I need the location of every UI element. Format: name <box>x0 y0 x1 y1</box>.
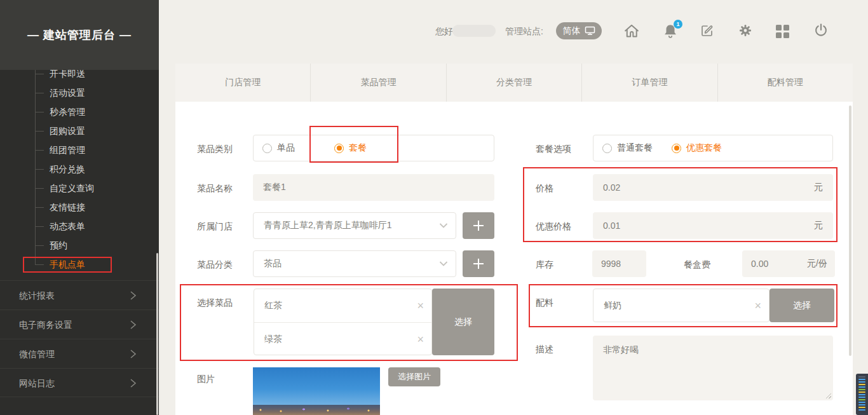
selected-dish-row[interactable]: 红茶 × <box>254 289 431 322</box>
ingredient-input[interactable]: 鲜奶 × <box>593 289 770 322</box>
sidebar-section-label: 网站日志 <box>19 378 55 388</box>
sidebar-section-ecommerce[interactable]: 电子商务设置 <box>0 310 159 339</box>
price-unit: 元 <box>814 182 823 193</box>
dish-class-value: 茶品 <box>264 258 281 269</box>
select-dishes-button[interactable]: 选择 <box>432 289 494 355</box>
radio-discount-combo[interactable] <box>672 144 681 153</box>
dish-category-group: 单品 套餐 <box>253 135 494 161</box>
sidebar: 开卡即送 活动设置 秒杀管理 团购设置 组团管理 积分兑换 自定义查询 友情链接… <box>0 0 159 415</box>
edit-button[interactable] <box>700 24 715 39</box>
monitor-icon <box>585 26 595 36</box>
tab-dish-management[interactable]: 菜品管理 <box>311 64 446 102</box>
dish-class-select[interactable]: 茶品 <box>253 250 456 277</box>
radio-discount-combo-label: 优惠套餐 <box>686 142 722 154</box>
scroll-minimap[interactable] <box>856 374 868 415</box>
tab-bar: 门店管理 菜品管理 分类管理 订单管理 配料管理 <box>175 64 853 102</box>
sidebar-menu: 开卡即送 活动设置 秒杀管理 团购设置 组团管理 积分兑换 自定义查询 友情链接… <box>0 64 159 274</box>
sidebar-item-custom-query[interactable]: 自定义查询 <box>0 179 159 198</box>
chevron-right-icon <box>130 290 137 301</box>
price-label: 价格 <box>536 183 553 194</box>
tab-store-management[interactable]: 门店管理 <box>175 64 311 102</box>
settings-button[interactable] <box>738 23 753 38</box>
radio-single-item-label: 单品 <box>277 142 295 154</box>
sidebar-item-groupbuy-settings[interactable]: 团购设置 <box>0 121 159 140</box>
logout-button[interactable] <box>813 22 829 39</box>
select-ingredient-button[interactable]: 选择 <box>770 289 834 322</box>
gear-icon <box>738 23 753 38</box>
select-dishes-label: 选择菜品 <box>197 297 233 309</box>
select-image-button[interactable]: 选择图片 <box>388 367 440 386</box>
box-fee-label: 餐盒费 <box>684 259 710 271</box>
store-select[interactable]: 青青原上草2,青青原上草咖啡厅1 <box>253 212 456 239</box>
ingredient-label: 配料 <box>536 297 553 309</box>
chevron-right-icon <box>130 348 137 360</box>
chevron-down-icon <box>439 261 448 267</box>
sidebar-section-wechat[interactable]: 微信管理 <box>0 339 159 368</box>
stock-input[interactable]: 9998 <box>592 250 646 277</box>
greeting-text: 您好 <box>435 26 453 37</box>
photo-skyline <box>253 405 380 415</box>
sidebar-sections: 统计报表 电子商务设置 微信管理 网站日志 <box>0 280 159 397</box>
sidebar-section-label: 微信管理 <box>19 349 55 359</box>
sidebar-section-label: 电子商务设置 <box>19 320 72 330</box>
discount-price-input[interactable]: 0.01 元 <box>593 212 833 239</box>
add-dish-class-button[interactable] <box>463 250 494 277</box>
dish-class-label: 菜品分类 <box>197 259 233 271</box>
sidebar-item-mobile-order[interactable]: 手机点单 <box>0 255 159 274</box>
apps-button[interactable] <box>776 25 789 38</box>
sidebar-item-friend-links[interactable]: 友情链接 <box>0 198 159 217</box>
box-fee-value: 0.00 <box>751 259 768 269</box>
remove-dish-icon[interactable]: × <box>417 334 424 345</box>
add-store-button[interactable] <box>463 212 494 239</box>
app-logo: — 建站管理后台 — <box>0 0 159 70</box>
selected-dish-value: 绿茶 <box>264 334 282 345</box>
site-label: 管理站点: <box>505 26 543 37</box>
sidebar-item-activity-settings[interactable]: 活动设置 <box>0 83 159 102</box>
edit-icon <box>700 24 715 39</box>
store-label: 所属门店 <box>197 221 233 233</box>
notifications-button[interactable]: 1 <box>662 23 679 39</box>
radio-normal-combo[interactable] <box>602 144 612 153</box>
tab-order-management[interactable]: 订单管理 <box>582 64 717 102</box>
store-value: 青青原上草2,青青原上草咖啡厅1 <box>264 220 391 231</box>
combo-option-group: 普通套餐 优惠套餐 <box>593 135 833 161</box>
chevron-right-icon <box>130 378 137 389</box>
sidebar-section-site-log[interactable]: 网站日志 <box>0 368 159 397</box>
remove-dish-icon[interactable]: × <box>417 300 424 311</box>
description-textarea[interactable]: 非常好喝 <box>593 336 833 400</box>
sidebar-section-label: 统计报表 <box>19 290 55 301</box>
sidebar-item-team-management[interactable]: 组团管理 <box>0 140 159 160</box>
plus-icon <box>471 257 485 271</box>
resize-grip-icon[interactable] <box>825 392 831 398</box>
box-fee-input[interactable]: 0.00 元/份 <box>742 250 835 277</box>
sidebar-item-seckill[interactable]: 秒杀管理 <box>0 102 159 121</box>
sidebar-section-stats[interactable]: 统计报表 <box>0 280 159 310</box>
selected-dish-row[interactable]: 绿茶 × <box>254 322 431 355</box>
price-input[interactable]: 0.02 元 <box>593 174 833 201</box>
notification-badge: 1 <box>674 20 682 29</box>
language-button[interactable]: 简体 <box>556 22 602 39</box>
tab-category-management[interactable]: 分类管理 <box>447 64 582 102</box>
radio-combo[interactable] <box>334 144 344 153</box>
dish-name-value: 套餐1 <box>263 182 286 193</box>
app-root: 开卡即送 活动设置 秒杀管理 团购设置 组团管理 积分兑换 自定义查询 友情链接… <box>0 0 868 415</box>
sidebar-item-dynamic-form[interactable]: 动态表单 <box>0 217 159 236</box>
form-scrollbar[interactable] <box>849 105 851 356</box>
sidebar-item-points-exchange[interactable]: 积分兑换 <box>0 160 159 179</box>
stock-value: 9998 <box>601 259 621 269</box>
home-button[interactable] <box>623 22 641 40</box>
radio-single-item[interactable] <box>262 144 272 153</box>
combo-option-label: 套餐选项 <box>536 144 571 155</box>
dish-name-input[interactable]: 套餐1 <box>253 174 494 201</box>
stock-label: 库存 <box>536 259 553 271</box>
power-icon <box>813 22 829 39</box>
scroll-minimap-stripes <box>856 376 868 411</box>
chevron-down-icon <box>439 223 448 229</box>
selected-dish-value: 红茶 <box>264 300 282 311</box>
sidebar-scrollbar[interactable] <box>156 253 158 415</box>
remove-ingredient-icon[interactable]: × <box>754 300 761 311</box>
redacted-username <box>452 25 496 37</box>
language-button-label: 简体 <box>563 25 581 37</box>
sidebar-item-reservation[interactable]: 预约 <box>0 236 159 255</box>
tab-ingredient-management[interactable]: 配料管理 <box>718 64 853 102</box>
